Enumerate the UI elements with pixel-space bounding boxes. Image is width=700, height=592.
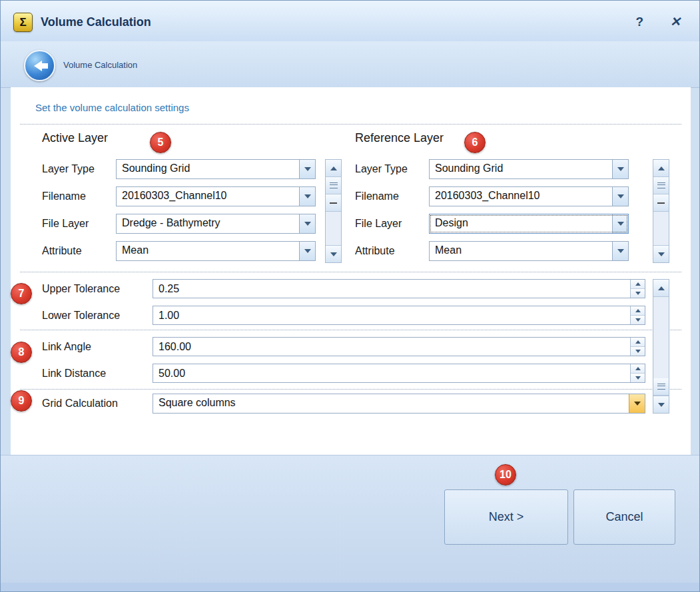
file-layer-row: File Layer Dredge - Bathymetry [42, 214, 326, 234]
content-area: Set the volume calculation settings Acti… [11, 87, 691, 455]
reference-layer-type-combobox[interactable]: Sounding Grid [429, 159, 629, 179]
separator [20, 272, 681, 272]
reference-attribute-combobox[interactable]: Mean [429, 241, 629, 261]
chevron-down-icon [617, 194, 624, 198]
grid-calculation-row: Grid Calculation Square columns [42, 394, 645, 413]
upper-tolerance-input[interactable] [153, 280, 630, 298]
spinner-down-button[interactable] [631, 289, 645, 298]
close-icon[interactable]: ✕ [670, 15, 679, 29]
combo-value: 20160303_Channel10 [117, 187, 299, 206]
callout-badge-8: 8 [11, 342, 32, 363]
window-title: Volume Calculation [41, 15, 151, 29]
cancel-button[interactable]: Cancel [573, 489, 675, 545]
file-layer-row: File Layer Design [355, 214, 639, 234]
link-angle-input[interactable] [153, 338, 630, 356]
field-label: Upper Tolerance [42, 283, 153, 295]
chevron-down-icon [617, 222, 624, 226]
scroll-down-button[interactable] [326, 245, 341, 262]
spinner-up-button[interactable] [631, 306, 645, 316]
dropdown-button[interactable] [299, 187, 315, 206]
active-attribute-combobox[interactable]: Mean [116, 241, 316, 261]
reference-filename-combobox[interactable]: 20160303_Channel10 [429, 186, 629, 206]
chevron-down-icon [304, 194, 311, 198]
dropdown-button[interactable] [612, 187, 628, 206]
scroll-thumb[interactable] [653, 378, 669, 396]
field-label: Layer Type [42, 163, 116, 175]
spinner-down-button[interactable] [631, 316, 645, 324]
arrow-up-icon [330, 166, 337, 170]
scroll-up-button[interactable] [326, 160, 341, 177]
callout-badge-5: 5 [150, 132, 171, 153]
active-filename-combobox[interactable]: 20160303_Channel10 [116, 186, 316, 206]
combo-value: Mean [117, 242, 299, 260]
spinner [630, 338, 645, 356]
arrow-up-icon [635, 309, 641, 312]
scroll-track[interactable] [326, 212, 341, 245]
field-label: Layer Type [355, 163, 429, 175]
chevron-down-icon [634, 402, 641, 406]
callout-badge-9: 9 [11, 390, 32, 412]
field-label: Filename [355, 190, 429, 202]
spinner-up-button[interactable] [631, 364, 645, 374]
volume-calculation-dialog: Σ Volume Calculation ? ✕ Volume Calculat… [0, 0, 700, 592]
layer-type-row: Layer Type Sounding Grid [355, 159, 639, 179]
spinner [630, 364, 645, 382]
dropdown-button[interactable] [629, 394, 645, 413]
callout-badge-10: 10 [495, 464, 516, 485]
reference-layer-group: Reference Layer Layer Type Sounding Grid… [355, 131, 639, 268]
scroll-down-button[interactable] [653, 396, 669, 413]
active-layer-title: Active Layer [42, 131, 326, 148]
reference-layer-scrollbar[interactable] [653, 159, 669, 263]
attribute-row: Attribute Mean [355, 241, 639, 261]
arrow-up-icon [635, 367, 641, 370]
field-label: Attribute [355, 245, 429, 257]
next-button[interactable]: Next > [444, 489, 568, 545]
collapse-button[interactable] [653, 194, 669, 212]
titlebar-buttons: ? ✕ [635, 15, 679, 29]
back-button[interactable] [24, 50, 55, 81]
lower-tolerance-input[interactable] [153, 306, 630, 324]
arrow-down-icon [330, 252, 337, 256]
sigma-icon: Σ [19, 16, 26, 29]
spinner-up-button[interactable] [631, 280, 645, 289]
active-layer-type-combobox[interactable]: Sounding Grid [116, 159, 316, 179]
dropdown-button[interactable] [299, 160, 315, 178]
arrow-down-icon [635, 376, 641, 380]
active-file-layer-combobox[interactable]: Dredge - Bathymetry [116, 214, 316, 234]
scroll-up-button[interactable] [653, 160, 669, 177]
dropdown-button[interactable] [612, 160, 628, 178]
arrow-down-icon [658, 403, 665, 407]
title-bar: Σ Volume Calculation ? ✕ [1, 1, 699, 42]
dropdown-button[interactable] [612, 242, 628, 260]
lower-tolerance-field [153, 306, 645, 325]
separator [20, 124, 681, 125]
scroll-up-button[interactable] [653, 280, 669, 297]
settings-scrollbar[interactable] [653, 279, 669, 414]
scroll-thumb[interactable] [653, 177, 669, 194]
link-distance-input[interactable] [153, 364, 630, 382]
spinner-down-button[interactable] [631, 374, 645, 382]
grid-calculation-combobox[interactable]: Square columns [153, 394, 645, 414]
combo-value: Design [430, 214, 612, 233]
link-distance-row: Link Distance [42, 364, 645, 383]
chevron-down-icon [304, 222, 311, 226]
separator [20, 330, 681, 330]
callout-badge-6: 6 [464, 132, 486, 153]
scroll-thumb[interactable] [326, 177, 341, 194]
scroll-down-button[interactable] [653, 245, 669, 262]
collapse-button[interactable] [326, 194, 341, 212]
scroll-track[interactable] [653, 297, 669, 378]
reference-file-layer-combobox[interactable]: Design [429, 214, 629, 234]
link-distance-field [153, 364, 645, 383]
filename-row: Filename 20160303_Channel10 [355, 186, 639, 206]
scroll-track[interactable] [653, 212, 669, 245]
dropdown-button[interactable] [299, 214, 315, 233]
active-layer-scrollbar[interactable] [325, 159, 342, 263]
dropdown-button[interactable] [299, 242, 315, 260]
active-layer-group: Active Layer Layer Type Sounding Grid Fi… [42, 131, 326, 268]
dropdown-button[interactable] [612, 214, 628, 233]
spinner-down-button[interactable] [631, 347, 645, 356]
arrow-up-icon [635, 282, 641, 286]
spinner-up-button[interactable] [631, 338, 645, 347]
help-icon[interactable]: ? [635, 15, 643, 29]
